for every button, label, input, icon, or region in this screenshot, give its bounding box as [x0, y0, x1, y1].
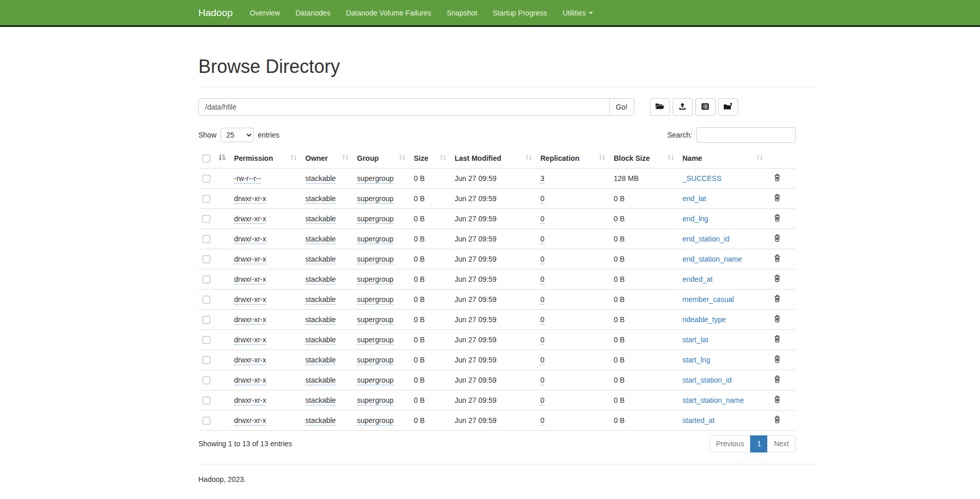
- column-header-select[interactable]: [198, 149, 230, 168]
- file-link[interactable]: _SUCCESS: [682, 174, 721, 183]
- column-header-group[interactable]: Group: [353, 149, 410, 168]
- permission-cell[interactable]: drwxr-xr-x: [234, 275, 266, 284]
- group-cell[interactable]: supergroup: [357, 174, 394, 184]
- delete-file-button[interactable]: [771, 173, 781, 183]
- permission-cell[interactable]: drwxr-xr-x: [234, 336, 266, 345]
- permission-cell[interactable]: drwxr-xr-x: [234, 235, 266, 244]
- delete-file-button[interactable]: [771, 193, 781, 203]
- app-brand[interactable]: Hadoop: [198, 7, 233, 19]
- move-to-folder-button[interactable]: [718, 98, 738, 116]
- file-link[interactable]: ended_at: [682, 275, 712, 283]
- row-checkbox[interactable]: [203, 316, 210, 324]
- owner-cell[interactable]: stackable: [305, 376, 336, 385]
- replication-cell[interactable]: 0: [540, 275, 545, 284]
- delete-file-button[interactable]: [771, 375, 781, 385]
- file-list-button[interactable]: [695, 98, 715, 116]
- delete-file-button[interactable]: [771, 415, 781, 425]
- file-link[interactable]: end_lat: [682, 194, 706, 203]
- row-checkbox[interactable]: [203, 336, 210, 344]
- group-cell[interactable]: supergroup: [357, 336, 394, 345]
- column-header-replication[interactable]: Replication: [536, 149, 610, 168]
- group-cell[interactable]: supergroup: [357, 275, 394, 284]
- permission-cell[interactable]: drwxr-xr-x: [234, 416, 266, 426]
- nav-item[interactable]: Datanode Volume Failures: [338, 9, 439, 17]
- select-all-checkbox[interactable]: [203, 155, 210, 162]
- column-header-permission[interactable]: Permission: [230, 149, 301, 168]
- nav-item[interactable]: Datanodes: [288, 9, 338, 17]
- row-checkbox[interactable]: [203, 376, 210, 384]
- row-checkbox[interactable]: [203, 397, 210, 404]
- file-link[interactable]: end_lng: [682, 215, 708, 223]
- permission-cell[interactable]: drwxr-xr-x: [234, 215, 266, 224]
- replication-cell[interactable]: 0: [540, 416, 545, 426]
- column-header-name[interactable]: Name: [678, 149, 767, 168]
- delete-file-button[interactable]: [771, 335, 781, 344]
- group-cell[interactable]: supergroup: [357, 315, 394, 325]
- permission-cell[interactable]: drwxr-xr-x: [234, 356, 266, 365]
- row-checkbox[interactable]: [203, 175, 210, 183]
- file-link[interactable]: rideable_type: [682, 315, 726, 324]
- row-checkbox[interactable]: [203, 417, 210, 425]
- next-page-button[interactable]: Next: [767, 435, 796, 453]
- row-checkbox[interactable]: [203, 235, 210, 243]
- directory-path-input[interactable]: [198, 98, 610, 116]
- permission-cell[interactable]: -rw-r--r--: [234, 174, 261, 184]
- delete-file-button[interactable]: [771, 395, 781, 405]
- file-link[interactable]: end_station_name: [682, 255, 742, 263]
- file-link[interactable]: start_station_id: [682, 376, 732, 384]
- row-checkbox[interactable]: [203, 356, 210, 364]
- column-header-last-modified[interactable]: Last Modified: [450, 149, 536, 168]
- file-link[interactable]: start_station_name: [682, 396, 744, 404]
- group-cell[interactable]: supergroup: [357, 194, 394, 204]
- owner-cell[interactable]: stackable: [305, 336, 336, 345]
- file-link[interactable]: start_lng: [682, 356, 710, 364]
- delete-file-button[interactable]: [771, 214, 781, 223]
- permission-cell[interactable]: drwxr-xr-x: [234, 376, 266, 385]
- row-checkbox[interactable]: [203, 195, 210, 203]
- group-cell[interactable]: supergroup: [357, 356, 394, 365]
- go-button[interactable]: Go!: [609, 98, 634, 116]
- permission-cell[interactable]: drwxr-xr-x: [234, 315, 266, 325]
- owner-cell[interactable]: stackable: [305, 416, 336, 426]
- file-link[interactable]: member_casual: [682, 295, 734, 304]
- replication-cell[interactable]: 0: [540, 235, 545, 244]
- owner-cell[interactable]: stackable: [305, 235, 336, 244]
- owner-cell[interactable]: stackable: [305, 255, 336, 264]
- owner-cell[interactable]: stackable: [305, 315, 336, 325]
- permission-cell[interactable]: drwxr-xr-x: [234, 255, 266, 264]
- page-size-select[interactable]: 25: [221, 128, 254, 142]
- owner-cell[interactable]: stackable: [305, 295, 336, 305]
- column-header-owner[interactable]: Owner: [301, 149, 353, 168]
- row-checkbox[interactable]: [203, 276, 210, 283]
- group-cell[interactable]: supergroup: [357, 255, 394, 264]
- row-checkbox[interactable]: [203, 255, 210, 263]
- permission-cell[interactable]: drwxr-xr-x: [234, 396, 266, 405]
- replication-cell[interactable]: 0: [540, 356, 545, 365]
- replication-cell[interactable]: 0: [540, 295, 545, 305]
- owner-cell[interactable]: stackable: [305, 275, 336, 284]
- permission-cell[interactable]: drwxr-xr-x: [234, 194, 266, 204]
- row-checkbox[interactable]: [203, 296, 210, 304]
- replication-cell[interactable]: 0: [540, 396, 545, 405]
- nav-item[interactable]: Overview: [242, 9, 288, 17]
- nav-item[interactable]: Startup Progress: [485, 9, 555, 17]
- replication-cell[interactable]: 0: [540, 376, 545, 385]
- owner-cell[interactable]: stackable: [305, 194, 336, 204]
- owner-cell[interactable]: stackable: [305, 215, 336, 224]
- owner-cell[interactable]: stackable: [305, 356, 336, 365]
- nav-item-utilities[interactable]: Utilities: [555, 9, 601, 17]
- group-cell[interactable]: supergroup: [357, 235, 394, 244]
- delete-file-button[interactable]: [771, 234, 781, 244]
- upload-files-button[interactable]: [673, 98, 693, 116]
- file-link[interactable]: end_station_id: [682, 235, 729, 243]
- replication-cell[interactable]: 0: [540, 215, 545, 224]
- group-cell[interactable]: supergroup: [357, 396, 394, 405]
- file-link[interactable]: started_at: [682, 416, 714, 425]
- create-directory-button[interactable]: [650, 98, 670, 116]
- search-input[interactable]: [696, 127, 796, 143]
- group-cell[interactable]: supergroup: [357, 215, 394, 224]
- owner-cell[interactable]: stackable: [305, 396, 336, 405]
- group-cell[interactable]: supergroup: [357, 416, 394, 426]
- delete-file-button[interactable]: [771, 274, 781, 284]
- previous-page-button[interactable]: Previous: [709, 435, 751, 453]
